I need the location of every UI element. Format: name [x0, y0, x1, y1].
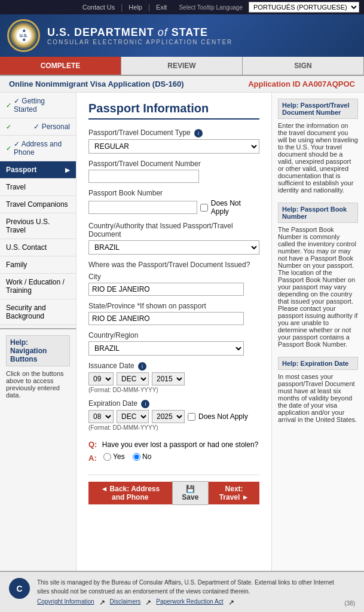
help-expiration-text: In most cases your passport/Travel Docum…	[278, 373, 358, 423]
lost-passport-q-text: Have you ever lost a passport or had one…	[102, 440, 259, 449]
where-issued-section: Where was the Passport/Travel Document I…	[88, 261, 259, 356]
help-expiration: Help: Expiration Date In most cases your…	[278, 357, 358, 423]
expiration-dna-checkbox[interactable]	[188, 413, 195, 421]
footer-content: This site is managed by the Bureau of Co…	[37, 578, 337, 607]
dept-sub: CONSULAR ELECTRONIC APPLICATION CENTER	[47, 39, 233, 45]
sidebar-label: Travel	[6, 183, 26, 191]
issuance-year-select[interactable]: 2015	[152, 372, 185, 385]
sidebar-item-travel[interactable]: Travel	[0, 179, 76, 196]
issuance-month-select[interactable]: DEC	[117, 372, 149, 385]
sidebar-item-previous-us-travel[interactable]: Previous U.S. Travel	[0, 213, 76, 239]
expiration-info-icon[interactable]: i	[141, 400, 149, 408]
dept-name: U.S. DEPARTMENT of STATE	[47, 26, 233, 39]
sidebar-arrow: ▶	[65, 167, 70, 173]
footer-logo: C	[9, 578, 30, 599]
sidebar-help-text: Click on the buttons above to access pre…	[6, 370, 70, 399]
sidebar-label: Security and Background	[6, 304, 70, 320]
passport-type-label: Passport/Travel Document Type i	[88, 128, 259, 137]
back-button[interactable]: ◄ Back: Address and Phone	[88, 482, 172, 504]
country-authority-section: Country/Authority that Issued Passport/T…	[88, 222, 259, 255]
help-passport-book-title: Help: Passport Book Number	[278, 203, 358, 223]
main-layout: ✓ Getting Started ✓ Personal ✓ Address a…	[0, 93, 364, 571]
language-select[interactable]: PORTUGUÊS (PORTUGUESE)	[249, 2, 359, 13]
country-authority-label: Country/Authority that Issued Passport/T…	[88, 222, 259, 238]
expiration-year-select[interactable]: 2025	[152, 410, 185, 423]
footer: C This site is managed by the Bureau of …	[0, 571, 364, 612]
sidebar-item-personal[interactable]: ✓ Personal	[0, 118, 76, 136]
sidebar-label: Previous U.S. Travel	[6, 218, 70, 234]
progress-tabs: COMPLETE REVIEW SIGN	[0, 57, 364, 76]
issuance-info-icon[interactable]: i	[138, 362, 146, 371]
copyright-link[interactable]: Copyright Information	[37, 598, 94, 607]
passport-type-info-icon[interactable]: i	[194, 129, 203, 137]
passport-book-dna-checkbox[interactable]	[200, 204, 208, 212]
passport-book-input[interactable]	[88, 201, 197, 214]
yes-label: Yes	[113, 452, 125, 461]
main-content: Passport Information Passport/Travel Doc…	[77, 93, 271, 571]
app-id-bar: Online Nonimmigrant Visa Application (DS…	[0, 76, 364, 93]
where-issued-label: Where was the Passport/Travel Document I…	[88, 261, 259, 269]
country-region-field-row: Country/Region BRAZIL	[88, 331, 259, 356]
help-panel: Help: Passport/Travel Document Number En…	[271, 93, 364, 571]
expiration-date-section: Expiration Date i 08 DEC 2025 Does Not A…	[88, 399, 259, 431]
passport-type-section: Passport/Travel Document Type i REGULAR	[88, 128, 259, 154]
country-region-select[interactable]: BRAZIL	[88, 341, 244, 356]
save-button[interactable]: 💾 Save	[172, 481, 209, 505]
paperwork-link[interactable]: Paperwork Reduction Act	[156, 598, 223, 607]
lost-passport-question: Q: Have you ever lost a passport or had …	[88, 440, 259, 449]
expiration-month-select[interactable]: DEC	[117, 410, 149, 423]
tab-complete[interactable]: COMPLETE	[0, 57, 121, 75]
sidebar-item-passport[interactable]: Passport ▶	[0, 161, 76, 179]
tab-sign[interactable]: SIGN	[243, 57, 364, 75]
sidebar-item-us-contact[interactable]: U.S. Contact	[0, 239, 76, 256]
passport-number-input[interactable]	[88, 170, 199, 183]
city-input[interactable]	[88, 283, 244, 296]
passport-book-section: Passport Book Number Does Not Apply	[88, 189, 259, 216]
help-expiration-title: Help: Expiration Date	[278, 357, 358, 370]
sidebar-label: Travel Companions	[6, 200, 68, 209]
disclaimers-link[interactable]: Disclaimers	[110, 598, 141, 607]
sidebar-item-work-education[interactable]: Work / Education / Training	[0, 274, 76, 299]
issuance-date-section: Issuance Date i 09 DEC 2015 (Format: DD-…	[88, 362, 259, 393]
footer-links: Copyright Information ↗ Disclaimers ↗ Pa…	[37, 598, 337, 607]
sidebar-item-address-phone[interactable]: ✓ Address and Phone	[0, 136, 76, 161]
no-radio[interactable]	[133, 453, 140, 461]
content-area: Passport Information Passport/Travel Doc…	[77, 93, 364, 571]
bottom-navigation: ◄ Back: Address and Phone 💾 Save Next: T…	[88, 475, 259, 505]
yes-radio[interactable]	[103, 453, 111, 461]
passport-number-section: Passport/Travel Document Number	[88, 160, 259, 183]
contact-us-link[interactable]: Contact Us	[82, 4, 115, 11]
top-bar: Contact Us | Help | Exit Select Tooltip …	[0, 0, 364, 14]
issuance-day-select[interactable]: 09	[88, 372, 114, 385]
tab-review[interactable]: REVIEW	[121, 57, 243, 75]
help-passport-number: Help: Passport/Travel Document Number En…	[278, 99, 358, 194]
sidebar-help: Help: Navigation Buttons Click on the bu…	[0, 328, 76, 405]
q-label: Q:	[88, 440, 97, 449]
country-region-label: Country/Region	[88, 331, 259, 339]
sidebar-item-family[interactable]: Family	[0, 256, 76, 274]
country-authority-select[interactable]: BRAZIL	[88, 240, 259, 255]
sidebar-item-travel-companions[interactable]: Travel Companions	[0, 196, 76, 213]
state-field-row: State/Province *If shown on passport	[88, 302, 259, 325]
issuance-date-label: Issuance Date i	[88, 362, 259, 371]
passport-number-label: Passport/Travel Document Number	[88, 160, 259, 168]
lost-passport-answer: A: Yes No	[88, 452, 259, 463]
expiration-day-select[interactable]: 08	[88, 410, 114, 423]
city-field-row: City	[88, 273, 259, 296]
state-label: State/Province *If shown on passport	[88, 302, 259, 310]
yes-option: Yes	[103, 452, 125, 461]
exit-link[interactable]: Exit	[156, 4, 167, 11]
footer-text: This site is managed by the Bureau of Co…	[37, 578, 337, 596]
sidebar-item-getting-started[interactable]: ✓ Getting Started	[0, 93, 76, 118]
page-title: Passport Information	[88, 102, 259, 120]
passport-type-select[interactable]: REGULAR	[88, 139, 259, 154]
next-button[interactable]: Next: Travel ►	[209, 482, 259, 504]
state-seal: ★U.S.★	[7, 19, 40, 52]
expiration-format-hint: (Format: DD-MMM-YYYY)	[88, 424, 259, 431]
sidebar-item-security[interactable]: Security and Background	[0, 299, 76, 325]
help-passport-number-text: Enter the information on the travel docu…	[278, 122, 358, 194]
a-label: A:	[88, 454, 97, 463]
state-input[interactable]	[88, 312, 244, 325]
help-passport-book-text: The Passport Book Number is commonly cal…	[278, 226, 358, 348]
help-link[interactable]: Help	[129, 4, 142, 11]
